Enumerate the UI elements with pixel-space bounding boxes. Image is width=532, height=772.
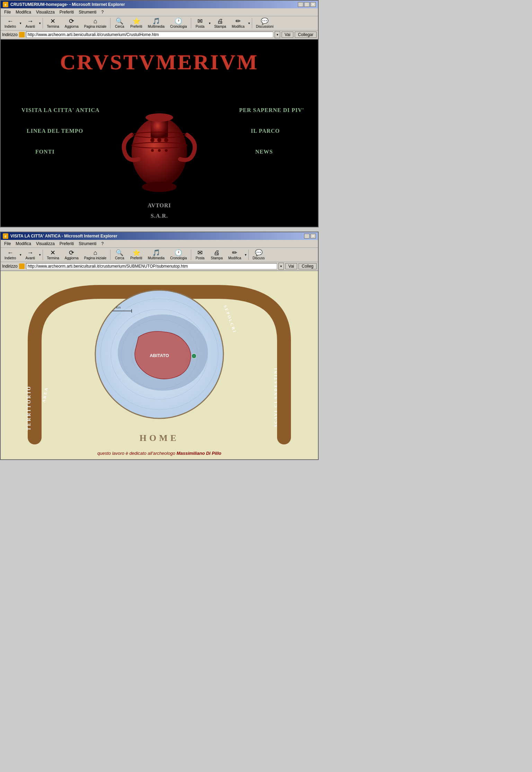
maximize-btn-1[interactable]: □ (304, 2, 310, 7)
sep-1 (43, 18, 43, 28)
refresh-btn-2[interactable]: ⟳ Aggiorna (62, 249, 81, 261)
nav-sar[interactable]: S.A.R. (151, 213, 168, 219)
title-bar-2: e VISITA LA CITTA' ANTICA - Microsoft In… (1, 232, 318, 240)
title-bar-1: e CRUSTUMERIUM-homepage- - Microsoft Int… (1, 1, 318, 8)
discuss-btn-2[interactable]: 💬 Discuss (250, 249, 267, 261)
edit-btn-1[interactable]: ✏ Modifica (229, 17, 247, 29)
minimize-btn-2[interactable]: _ (304, 234, 310, 238)
nav-persaperne[interactable]: PER SAPERNE DI PIV' (239, 107, 304, 113)
history-btn-1[interactable]: 🕐 Cronologia (168, 17, 189, 29)
menu-help-1[interactable]: ? (99, 9, 106, 15)
area-label: AREA (41, 387, 49, 403)
favorites-btn-1[interactable]: ⭐ Preferiti (128, 17, 144, 29)
stop-btn-1[interactable]: ✕ Termina (44, 17, 62, 29)
sep-8 (248, 250, 249, 260)
sep-2 (110, 18, 110, 28)
fwd-icon-2: → (27, 250, 33, 256)
favorites-btn-2[interactable]: ⭐ Preferiti (128, 249, 144, 261)
stop-btn-2[interactable]: ✕ Termina (44, 249, 62, 261)
search-label-2: Cerca (115, 256, 124, 260)
search-icon-1: 🔍 (116, 18, 123, 24)
mail-dropdown-1[interactable]: ▼ (209, 22, 211, 25)
edit-btn-2[interactable]: ✏ Modifica (226, 249, 243, 261)
menu-visualizza-1[interactable]: Visualizza (34, 9, 57, 15)
mail-label-1: Posta (196, 25, 205, 28)
svg-point-6 (150, 138, 154, 142)
nav-news[interactable]: NEWS (255, 149, 273, 155)
fwd-dropdown-1[interactable]: ▼ (38, 22, 41, 25)
collegam-btn-2[interactable]: Colleg (299, 263, 317, 269)
menu-visualizza-2[interactable]: Visualizza (34, 241, 57, 247)
history-btn-2[interactable]: 🕐 Cronologia (168, 249, 189, 261)
sepolcri-label: SEPOLCRI (223, 304, 237, 334)
stop-label-1: Termina (47, 25, 59, 28)
ie-icon-2: e (3, 233, 8, 239)
address-dropdown-1[interactable]: ▼ (275, 31, 280, 38)
edit-dropdown-1[interactable]: ▼ (248, 22, 250, 25)
search-icon-2: 🔍 (116, 250, 123, 256)
discuss-btn-1[interactable]: 💬 Discussioni (254, 17, 276, 29)
page-icon-2 (19, 263, 25, 269)
discuss-label-2: Discuss (252, 256, 265, 260)
refresh-label-2: Aggiorna (65, 256, 79, 260)
menu-modifica-1[interactable]: Modifica (14, 9, 33, 15)
edit-dropdown-2[interactable]: ▼ (244, 253, 247, 257)
mail-btn-1[interactable]: ✉ Posta (193, 17, 208, 29)
nav-linea[interactable]: LINEA DEL TEMPO (27, 128, 83, 134)
back-dropdown-1[interactable]: ▼ (19, 22, 22, 25)
nav-autori[interactable]: AVTORI (148, 202, 171, 209)
fwd-btn-2[interactable]: → Avanti (23, 249, 38, 261)
menu-file-1[interactable]: File (2, 9, 13, 15)
nav-visita[interactable]: VISITA LA CITTA' ANTICA (21, 107, 100, 113)
print-icon-1: 🖨 (217, 18, 223, 24)
address-input-1[interactable] (26, 32, 273, 38)
home-btn-2[interactable]: ⌂ Pagina iniziale (82, 249, 109, 261)
search-btn-2[interactable]: 🔍 Cerca (112, 249, 127, 261)
address-dropdown-2[interactable]: ▼ (278, 263, 284, 270)
history-icon-2: 🕐 (175, 250, 182, 256)
page-content-1: CRVSTVMERIVM (1, 40, 318, 227)
window-controls-1[interactable]: _ □ ✕ (298, 2, 316, 7)
collegam-btn-1[interactable]: Collegar (295, 32, 317, 38)
back-dropdown-2[interactable]: ▼ (19, 253, 22, 257)
menu-modifica-2[interactable]: Modifica (14, 241, 33, 247)
nav-fonti[interactable]: FONTI (35, 149, 55, 155)
menu-preferiti-1[interactable]: Preferiti (57, 9, 76, 15)
vai-btn-1[interactable]: Vai (282, 32, 293, 38)
map-svg: 0 2 Km ABITATO TERRITORIO AREA SEPOLCRI … (3, 271, 315, 448)
minimize-btn-1[interactable]: _ (298, 2, 303, 7)
menu-strumenti-1[interactable]: Strumenti (77, 9, 98, 15)
address-label-1: Indirizzo (2, 32, 18, 37)
menu-strumenti-2[interactable]: Strumenti (77, 241, 98, 247)
fwd-dropdown-2[interactable]: ▼ (38, 253, 41, 257)
menu-preferiti-2[interactable]: Preferiti (57, 241, 76, 247)
fwd-btn-1[interactable]: → Avanti (23, 17, 38, 29)
edit-label-1: Modifica (232, 25, 245, 28)
home-btn-1[interactable]: ⌂ Pagina iniziale (82, 17, 109, 29)
back-btn-1[interactable]: ← Indietro (2, 17, 18, 29)
media-btn-1[interactable]: 🎵 Multimedia (145, 17, 167, 29)
territorio-label: TERRITORIO (26, 385, 32, 431)
search-btn-1[interactable]: 🔍 Cerca (112, 17, 127, 29)
print-btn-1[interactable]: 🖨 Stampa (212, 17, 228, 29)
vai-btn-2[interactable]: Vai (285, 263, 297, 269)
page-icon-1 (19, 32, 25, 37)
back-btn-2[interactable]: ← Indietro (2, 249, 18, 261)
media-btn-2[interactable]: 🎵 Multimedia (145, 249, 167, 261)
window-controls-2[interactable]: _ ✕ (304, 234, 316, 238)
favorites-label-2: Preferiti (130, 256, 142, 260)
print-label-2: Stampa (211, 256, 223, 260)
search-label-1: Cerca (115, 25, 124, 28)
menu-help-2[interactable]: ? (99, 241, 106, 247)
mail-btn-2[interactable]: ✉ Posta (193, 249, 208, 261)
nav-ilparco[interactable]: IL PARCO (251, 128, 280, 134)
dedication-text: questo lavoro è dedicato all'archeologo … (97, 451, 221, 459)
address-input-2[interactable] (26, 263, 277, 269)
close-btn-2[interactable]: ✕ (310, 234, 316, 238)
close-btn-1[interactable]: ✕ (310, 2, 316, 7)
refresh-btn-1[interactable]: ⟳ Aggiorna (62, 17, 81, 29)
address-bar-1: Indirizzo ▼ Vai Collegar (1, 31, 318, 40)
menu-bar-2: File Modifica Visualizza Preferiti Strum… (1, 240, 318, 248)
print-btn-2[interactable]: 🖨 Stampa (209, 249, 225, 261)
menu-file-2[interactable]: File (2, 241, 13, 247)
